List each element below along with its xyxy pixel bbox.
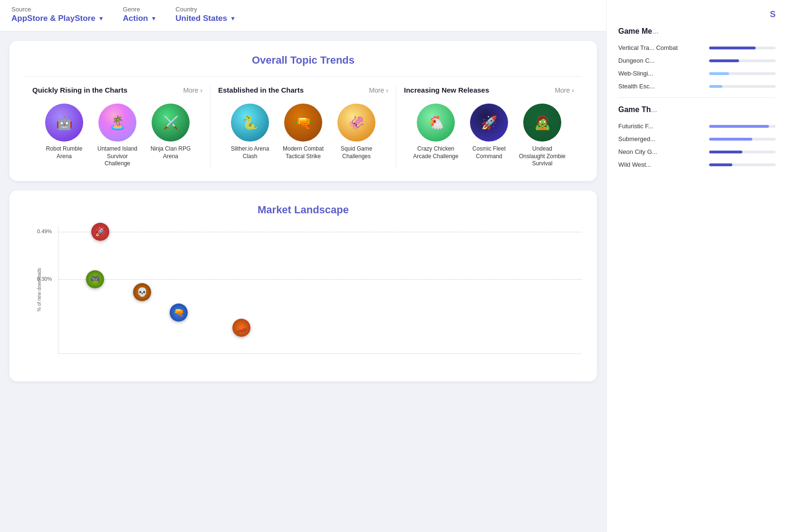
game-name: Squid Game Challenges bbox=[333, 145, 380, 160]
country-filter[interactable]: Country United States ▼ bbox=[175, 6, 236, 23]
game-name: Slither.io Arena Clash bbox=[226, 145, 274, 160]
list-item[interactable]: 🧟 Undead Onslaught Zombie Survival bbox=[518, 104, 566, 168]
list-item[interactable]: Wild West... bbox=[618, 161, 776, 168]
established-header: Established in the Charts More › bbox=[218, 86, 388, 94]
list-item[interactable]: Submerged... bbox=[618, 135, 776, 142]
country-value: United States bbox=[175, 14, 227, 23]
mechanic-bar-container bbox=[709, 85, 776, 88]
list-item[interactable]: Vertical Tra... Combat bbox=[618, 44, 776, 51]
robot-icon: 🤖 bbox=[45, 104, 83, 142]
undead-icon: 🧟 bbox=[523, 104, 561, 142]
theme-name: Submerged... bbox=[618, 135, 704, 142]
source-dropdown[interactable]: AppStore & PlayStore ▼ bbox=[11, 14, 104, 23]
market-landscape-title: Market Landscape bbox=[25, 204, 582, 216]
source-filter[interactable]: Source AppStore & PlayStore ▼ bbox=[11, 6, 104, 23]
list-item[interactable]: Dungeon C... bbox=[618, 57, 776, 64]
rising-title: Quickly Rising in the Charts bbox=[32, 86, 127, 94]
theme-name: Wild West... bbox=[618, 161, 704, 168]
list-item[interactable]: 🤖 Robot Rumble Arena bbox=[40, 104, 88, 168]
theme-bar bbox=[709, 151, 742, 153]
trends-container: Quickly Rising in the Charts More › 🤖 Ro… bbox=[25, 86, 582, 168]
rising-section: Quickly Rising in the Charts More › 🤖 Ro… bbox=[25, 86, 211, 168]
sidebar-header: S bbox=[618, 10, 776, 19]
filter-bar: Source AppStore & PlayStore ▼ Genre Acti… bbox=[0, 0, 606, 31]
rising-header: Quickly Rising in the Charts More › bbox=[32, 86, 202, 94]
list-item[interactable]: ⚔️ Ninja Clan RPG Arena bbox=[147, 104, 194, 168]
list-item[interactable]: 🚀 Cosmic Fleet Command bbox=[465, 104, 513, 168]
game-name: Modern Combat Tactical Strike bbox=[279, 145, 327, 160]
list-item[interactable]: 🦑 Squid Game Challenges bbox=[333, 104, 380, 160]
sidebar-header-partial: S bbox=[770, 10, 776, 19]
trends-divider bbox=[25, 76, 582, 76]
game-name: Ninja Clan RPG Arena bbox=[147, 145, 194, 160]
ninja-icon: ⚔️ bbox=[152, 104, 190, 142]
squid-icon: 🦑 bbox=[337, 104, 375, 142]
genre-chevron-icon: ▼ bbox=[151, 15, 156, 22]
theme-bar bbox=[709, 138, 752, 141]
list-item[interactable]: Stealth Esc... bbox=[618, 83, 776, 90]
list-item[interactable]: 🐔 Crazy Chicken Arcade Challenge bbox=[412, 104, 460, 168]
tick-049: 0.49% bbox=[58, 232, 582, 232]
mechanic-bar-container bbox=[709, 47, 776, 49]
chart-area: 0.49% 0.30% 🚀 🎮 💀 🔫 🏎️ bbox=[58, 226, 582, 354]
tick-049-line bbox=[58, 232, 582, 232]
mechanic-bar bbox=[709, 85, 722, 88]
chicken-icon: 🐔 bbox=[417, 104, 455, 142]
theme-bar-container bbox=[709, 151, 776, 153]
game-name: Undead Onslaught Zombie Survival bbox=[518, 145, 566, 168]
theme-bar bbox=[709, 163, 732, 166]
mechanic-name: Stealth Esc... bbox=[618, 83, 704, 90]
established-more-link[interactable]: More › bbox=[369, 86, 388, 94]
country-label: Country bbox=[175, 6, 236, 13]
game-name: Crazy Chicken Arcade Challenge bbox=[412, 145, 460, 160]
list-item[interactable]: 🏝️ Untamed Island Survivor Challenge bbox=[94, 104, 141, 168]
game-mechanics-section: Game Me... Vertical Tra... Combat Dungeo… bbox=[618, 27, 776, 90]
y-axis-label: % of new downloads bbox=[37, 268, 42, 312]
theme-name: Futuristic F... bbox=[618, 123, 704, 130]
established-title: Established in the Charts bbox=[218, 86, 304, 94]
scatter-dot[interactable]: 🚀 bbox=[91, 223, 109, 241]
scatter-dot[interactable]: 🔫 bbox=[170, 304, 188, 322]
tick-049-label: 0.49% bbox=[37, 228, 52, 234]
rising-more-arrow: › bbox=[200, 86, 202, 94]
scatter-dot[interactable]: 🏎️ bbox=[232, 319, 250, 337]
established-more-arrow: › bbox=[386, 86, 388, 94]
country-chevron-icon: ▼ bbox=[230, 15, 236, 22]
island-icon: 🏝️ bbox=[98, 104, 136, 142]
list-item[interactable]: 🔫 Modern Combat Tactical Strike bbox=[279, 104, 327, 160]
market-landscape-card: Market Landscape % of new downloads 0.49… bbox=[10, 190, 597, 381]
theme-bar-container bbox=[709, 125, 776, 128]
tick-030-line bbox=[58, 279, 582, 280]
new-releases-more-arrow: › bbox=[572, 86, 574, 94]
game-name: Robot Rumble Arena bbox=[40, 145, 88, 160]
scatter-dot[interactable]: 🎮 bbox=[86, 270, 104, 288]
new-releases-section: Increasing New Releases More › 🐔 Crazy C… bbox=[396, 86, 582, 168]
rising-games: 🤖 Robot Rumble Arena 🏝️ Untamed Island S… bbox=[32, 104, 202, 168]
established-section: Established in the Charts More › 🐍 Slith… bbox=[211, 86, 396, 168]
scatter-plot: % of new downloads 0.49% 0.30% 🚀 bbox=[34, 226, 582, 368]
mechanic-bar bbox=[709, 72, 729, 75]
established-games: 🐍 Slither.io Arena Clash 🔫 Modern Combat… bbox=[218, 104, 388, 160]
rising-more-link[interactable]: More › bbox=[183, 86, 202, 94]
list-item[interactable]: Web-Slingi... bbox=[618, 70, 776, 77]
scatter-dot[interactable]: 💀 bbox=[133, 283, 151, 301]
tick-030-label: 0.30% bbox=[37, 276, 52, 282]
new-releases-more-link[interactable]: More › bbox=[555, 86, 574, 94]
combat-icon: 🔫 bbox=[284, 104, 322, 142]
mechanic-bar bbox=[709, 47, 756, 49]
game-mechanics-title: Game Me... bbox=[618, 27, 776, 38]
slither-icon: 🐍 bbox=[231, 104, 269, 142]
source-label: Source bbox=[11, 6, 104, 13]
mechanic-bar-container bbox=[709, 59, 776, 62]
country-dropdown[interactable]: United States ▼ bbox=[175, 14, 236, 23]
game-themes-title: Game Th... bbox=[618, 105, 776, 116]
genre-value: Action bbox=[123, 14, 148, 23]
genre-dropdown[interactable]: Action ▼ bbox=[123, 14, 157, 23]
list-item[interactable]: Neon City G... bbox=[618, 148, 776, 155]
overall-trends-card: Overall Topic Trends Quickly Rising in t… bbox=[10, 41, 597, 181]
list-item[interactable]: 🐍 Slither.io Arena Clash bbox=[226, 104, 274, 160]
mechanic-bar bbox=[709, 59, 739, 62]
genre-filter[interactable]: Genre Action ▼ bbox=[123, 6, 157, 23]
list-item[interactable]: Futuristic F... bbox=[618, 123, 776, 130]
theme-bar bbox=[709, 125, 769, 128]
